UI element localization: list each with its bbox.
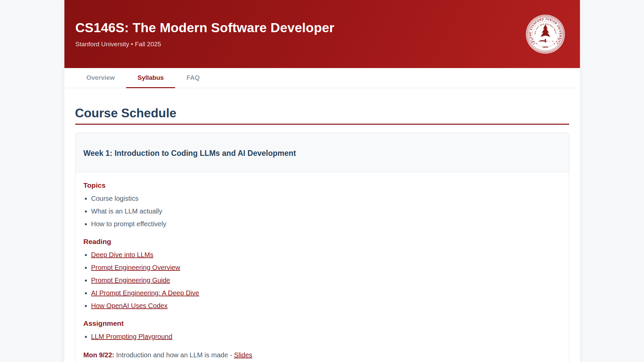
svg-text:★: ★ [557,38,559,40]
section-list-assignment: LLM Prompting Playground [84,332,561,341]
main-content: Course Schedule Week 1: Introduction to … [64,88,580,362]
section-heading-topics: Topics [84,181,561,189]
page-title: Course Schedule [75,106,569,120]
svg-text:★: ★ [553,43,555,45]
section-list-reading: Deep Dive into LLMsPrompt Engineering Ov… [84,250,561,310]
svg-text:★: ★ [555,40,557,42]
title-rule [75,124,569,125]
section-list-topics: Course logisticsWhat is an LLM actuallyH… [84,194,561,229]
course-subtitle: Stanford University • Fall 2025 [75,41,569,48]
section-heading-reading: Reading [84,238,561,246]
resource-link[interactable]: How OpenAI Uses Codex [91,302,168,309]
svg-text:★: ★ [535,43,537,45]
tab-overview[interactable]: Overview [75,68,126,88]
schedule-date: Mon 9/22: [84,351,114,359]
week-title: Week 1: Introduction to Coding LLMs and … [84,149,561,158]
tab-syllabus[interactable]: Syllabus [126,68,175,88]
slides-link[interactable]: Slides [234,351,252,359]
resource-link[interactable]: Prompt Engineering Guide [91,277,170,284]
week-card: Week 1: Introduction to Coding LLMs and … [75,132,569,362]
list-item: What is an LLM actually [91,206,561,216]
tab-faq[interactable]: FAQ [175,68,211,88]
schedule-entry: Mon 9/22: Introduction and how an LLM is… [84,351,561,359]
week-card-header: Week 1: Introduction to Coding LLMs and … [75,133,569,172]
list-item: LLM Prompting Playground [91,332,561,341]
course-header: CS146S: The Modern Software Developer St… [64,0,580,68]
stanford-seal-icon: LELAND STANFORD JUNIOR UNIVERSITY DIE LU… [526,14,565,54]
list-item: AI Prompt Engineering: A Deep Dive [91,288,561,298]
course-title: CS146S: The Modern Software Developer [75,20,569,35]
section-heading-assignment: Assignment [84,319,561,327]
resource-link[interactable]: Prompt Engineering Overview [91,264,180,271]
list-item: Deep Dive into LLMs [91,250,561,259]
list-item: Prompt Engineering Guide [91,276,561,285]
list-item: Course logistics [91,194,561,203]
week-card-body: TopicsCourse logisticsWhat is an LLM act… [75,172,569,362]
resource-link[interactable]: LLM Prompting Playground [91,333,172,340]
resource-link[interactable]: Deep Dive into LLMs [91,251,154,258]
resource-link[interactable]: AI Prompt Engineering: A Deep Dive [91,289,199,297]
list-item: How to prompt effectively [91,219,561,229]
site-container: CS146S: The Modern Software Developer St… [64,0,580,362]
list-item: How OpenAI Uses Codex [91,301,561,310]
tab-bar: OverviewSyllabusFAQ [64,68,580,88]
svg-text:★: ★ [533,40,535,42]
list-item: Prompt Engineering Overview [91,263,561,272]
svg-text:★: ★ [531,38,533,40]
schedule-description: Introduction and how an LLM is made - [114,351,234,359]
seal-year: 1891 [542,45,548,48]
